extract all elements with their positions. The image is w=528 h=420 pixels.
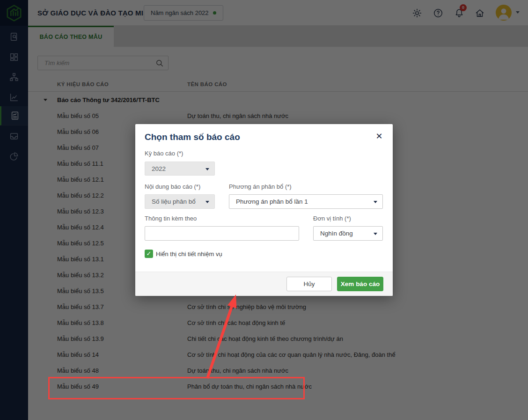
dialog-title: Chọn tham số báo cáo bbox=[145, 132, 240, 142]
caret-down-icon bbox=[205, 201, 209, 203]
caret-down-icon bbox=[374, 233, 377, 235]
unit-select[interactable]: Nghìn đồng bbox=[313, 226, 383, 241]
dialog-footer: Hủy Xem báo cáo bbox=[135, 272, 393, 296]
extra-info-input[interactable] bbox=[145, 226, 299, 241]
plan-select[interactable]: Phương án phân bổ lần 1 bbox=[229, 194, 383, 209]
caret-down-icon bbox=[205, 168, 209, 170]
show-task-detail-label: Hiển thị chi tiết nhiệm vụ bbox=[156, 251, 222, 258]
unit-value: Nghìn đồng bbox=[320, 230, 353, 237]
period-select: 2022 bbox=[145, 162, 215, 176]
view-report-button[interactable]: Xem báo cáo bbox=[337, 277, 383, 291]
period-label: Kỳ báo cáo (*) bbox=[145, 150, 183, 157]
plan-label: Phương án phân bổ (*) bbox=[229, 183, 292, 190]
period-value: 2022 bbox=[152, 165, 166, 172]
content-select: Số liệu phân bổ bbox=[145, 194, 215, 209]
report-parameters-dialog: Chọn tham số báo cáo ✕ Kỳ báo cáo (*) 20… bbox=[135, 124, 393, 296]
extra-info-label: Thông tin kèm theo bbox=[145, 215, 197, 222]
cancel-button[interactable]: Hủy bbox=[286, 277, 332, 291]
content-label: Nội dung báo cáo (*) bbox=[145, 183, 200, 190]
content-value: Số liệu phân bổ bbox=[152, 198, 196, 205]
show-task-detail-checkbox[interactable]: ✓ bbox=[145, 250, 153, 258]
plan-value: Phương án phân bổ lần 1 bbox=[236, 198, 308, 205]
highlight-rectangle bbox=[48, 377, 305, 399]
caret-down-icon bbox=[374, 201, 377, 203]
app-window: SỞ GIÁO DỤC VÀ ĐÀO TẠO MISA Năm ngân sác… bbox=[0, 0, 528, 420]
close-icon[interactable]: ✕ bbox=[374, 131, 385, 142]
unit-label: Đơn vị tính (*) bbox=[313, 215, 351, 222]
